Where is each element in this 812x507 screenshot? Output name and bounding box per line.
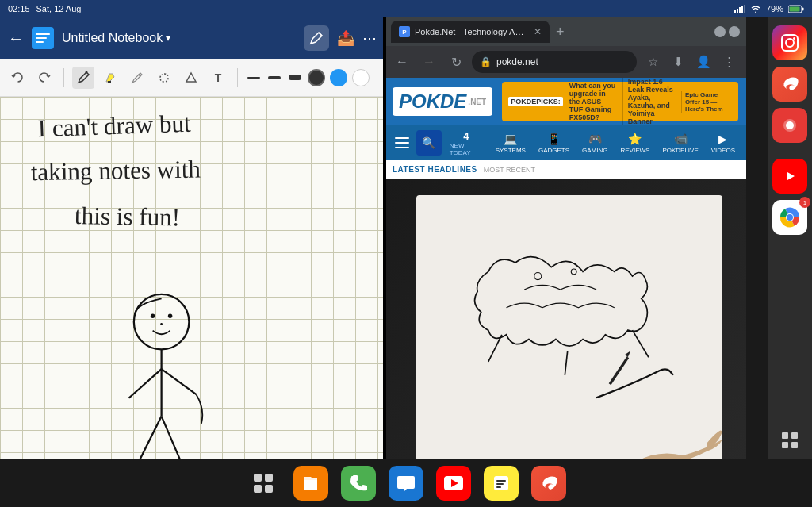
svg-rect-9 <box>36 33 50 35</box>
svg-rect-49 <box>254 485 262 493</box>
redo-button[interactable] <box>33 67 56 89</box>
nav-gadgets[interactable]: 📱 GADGETS <box>534 131 574 156</box>
sidebar-icon-chrome[interactable]: 1 <box>772 200 807 235</box>
text-tool-button[interactable]: T <box>207 67 229 89</box>
svg-line-32 <box>610 357 628 384</box>
notes-drawing-svg: I can't draw but taking notes with this … <box>0 97 385 507</box>
chrome-address-bar[interactable]: 🔒 pokde.net <box>472 51 637 73</box>
taskbar-phone-button[interactable] <box>341 466 376 501</box>
svg-rect-10 <box>36 37 47 39</box>
systems-label: SYSTEMS <box>496 147 526 154</box>
swift-icon <box>780 75 799 94</box>
chrome-toolbar: ← → ↻ 🔒 pokde.net ☆ ⬇ 👤 ⋮ <box>385 46 746 78</box>
chrome-minimize-button[interactable] <box>714 26 726 37</box>
color-blue[interactable] <box>330 69 347 86</box>
taskbar-phone-icon <box>350 474 367 492</box>
chrome-new-tab-button[interactable]: + <box>556 24 565 40</box>
chrome-back-button[interactable]: ← <box>391 51 413 73</box>
taskbar-youtube-icon <box>444 476 463 490</box>
chrome-toolbar-actions: ☆ ⬇ 👤 ⋮ <box>642 51 740 73</box>
sidebar-icon-swift[interactable] <box>772 67 807 102</box>
chrome-tab-pokde[interactable]: P Pokde.Net - Technology And... ✕ <box>391 21 550 43</box>
tab-favicon: P <box>399 26 410 37</box>
pen-size-medium[interactable] <box>268 76 281 79</box>
nav-systems[interactable]: 💻 SYSTEMS <box>491 131 530 156</box>
new-today-badge[interactable]: 4 NEW TODAY <box>445 129 488 158</box>
color-dropdown-btn[interactable] <box>308 69 325 86</box>
svg-rect-2 <box>739 7 741 13</box>
svg-point-42 <box>787 214 793 221</box>
pen-tool-button[interactable] <box>72 67 94 89</box>
battery-icon <box>788 5 804 13</box>
svg-rect-50 <box>265 485 273 493</box>
pokdepicks-article2: Epic Game Offer 15 — Here's Them <box>681 91 732 113</box>
chrome-forward-button[interactable]: → <box>418 51 440 73</box>
gaming-icon: 🎮 <box>588 133 602 145</box>
svg-point-35 <box>793 37 795 40</box>
svg-text:this is fun!: this is fun! <box>75 202 181 231</box>
taskbar-apps-button[interactable] <box>246 466 281 501</box>
chrome-profile-button[interactable]: 👤 <box>692 51 714 73</box>
svg-point-28 <box>571 269 576 275</box>
shape-tool-button[interactable] <box>180 67 202 89</box>
back-icon[interactable]: ← <box>8 29 24 48</box>
pokdepicks-banner[interactable]: POKDEPICKS: What can you upgrade in the … <box>502 82 738 121</box>
svg-rect-47 <box>254 474 262 482</box>
svg-line-31 <box>565 351 567 375</box>
latest-headlines-bar: LATEST HEADLINES MOST RECENT <box>385 160 746 179</box>
nav-reviews[interactable]: ⭐ REVIEWS <box>616 131 655 156</box>
sidebar-apps-grid-button[interactable] <box>772 423 807 458</box>
gadgets-label: GADGETS <box>538 147 569 154</box>
taskbar-youtube-button[interactable] <box>436 466 471 501</box>
taskbar-notes-button[interactable] <box>484 466 519 501</box>
pokde-nav: 🔍 4 NEW TODAY 💻 SYSTEMS 📱 GADGETS 🎮 GAMI… <box>385 125 746 160</box>
taskbar-files-button[interactable] <box>293 466 328 501</box>
lasso-tool-button[interactable] <box>153 67 175 89</box>
pen-size-large[interactable] <box>289 75 301 80</box>
svg-point-37 <box>786 121 794 129</box>
nav-videos[interactable]: ▶ VIDEOS <box>707 131 740 156</box>
svg-rect-46 <box>791 442 798 448</box>
nav-pokdelive[interactable]: 📹 POKDELIVE <box>657 131 703 156</box>
svg-rect-4 <box>744 5 745 13</box>
chrome-reload-button[interactable]: ↻ <box>445 51 467 73</box>
nav-gaming[interactable]: 🎮 GAMING <box>577 131 612 156</box>
color-white[interactable] <box>352 69 370 86</box>
svg-rect-1 <box>737 9 738 13</box>
notes-more-icon[interactable]: ⋯ <box>362 29 377 47</box>
chrome-download-button[interactable]: ⬇ <box>667 51 689 73</box>
sidebar-icon-instagram[interactable] <box>772 25 807 60</box>
status-bar-right: 79% <box>734 4 804 13</box>
notes-share-icon[interactable]: 📤 <box>337 29 354 47</box>
pen-svg-icon <box>309 31 324 45</box>
notes-canvas[interactable]: I can't draw but taking notes with this … <box>0 97 385 507</box>
svg-text:taking notes with: taking notes with <box>30 155 201 186</box>
sidebar-icon-screen-recorder[interactable] <box>772 108 807 143</box>
gadgets-icon: 📱 <box>547 133 561 145</box>
chrome-window-controls <box>714 26 740 37</box>
hamburger-menu-button[interactable] <box>391 130 413 156</box>
wifi-icon <box>750 5 761 13</box>
highlighter-tool-button[interactable] <box>99 67 121 89</box>
notes-app-icon <box>32 27 54 49</box>
undo-button[interactable] <box>6 67 29 89</box>
pokde-search-button[interactable]: 🔍 <box>416 130 442 156</box>
notes-title-text: Untitled Notebook <box>62 31 163 45</box>
pen-size-small[interactable] <box>247 77 260 79</box>
chrome-more-button[interactable]: ⋮ <box>718 51 740 73</box>
pencil-tool-button[interactable] <box>126 67 148 89</box>
sidebar-icon-youtube[interactable] <box>772 159 807 194</box>
systems-icon: 💻 <box>504 133 517 145</box>
svg-marker-14 <box>186 73 196 82</box>
svg-point-20 <box>168 314 172 318</box>
title-dropdown-icon: ▾ <box>166 33 170 44</box>
notes-pen-icon[interactable] <box>304 25 329 51</box>
taskbar-swift-button[interactable] <box>531 466 566 501</box>
hamburger-line-1 <box>395 137 409 139</box>
notes-title-area[interactable]: Untitled Notebook ▾ <box>62 31 296 45</box>
taskbar-messages-button[interactable] <box>389 466 423 501</box>
pokde-logo[interactable]: POKDE .NET <box>393 87 492 116</box>
chrome-star-button[interactable]: ☆ <box>642 51 664 73</box>
chrome-tab-close-button[interactable]: ✕ <box>534 26 542 37</box>
chrome-maximize-button[interactable] <box>729 26 740 37</box>
